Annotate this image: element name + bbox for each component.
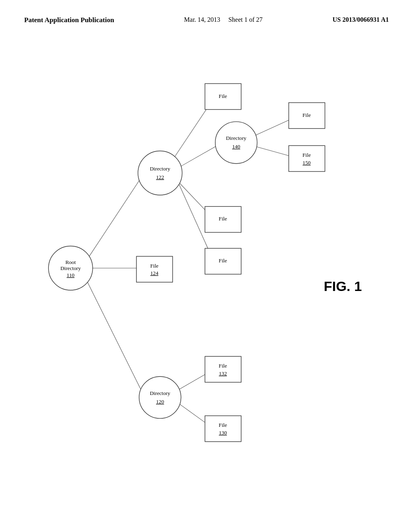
node-file132-label2: 132	[219, 370, 227, 376]
edge-root-dir122	[88, 175, 143, 259]
diagram-area: Root Directory 110 Directory 122 Directo…	[0, 32, 413, 508]
node-dir140	[215, 122, 257, 164]
edge-dir122-dir140	[179, 144, 219, 167]
node-root-label2: Directory	[60, 265, 81, 271]
node-file-top-label: File	[219, 93, 227, 99]
node-file-mid1-label: File	[219, 216, 227, 222]
node-dir122	[138, 151, 182, 195]
node-file150-label2: 150	[302, 160, 311, 166]
node-dir120-label2: 120	[156, 399, 164, 405]
node-file130-label1: File	[219, 422, 227, 428]
node-file124	[136, 256, 173, 282]
header-sheet: Sheet 1 of 27	[228, 16, 263, 23]
node-root-label3: 110	[67, 272, 75, 278]
node-dir122-label1: Directory	[150, 166, 171, 172]
node-dir140-label1: Directory	[226, 135, 246, 141]
header-left: Patent Application Publication	[24, 16, 114, 24]
diagram-svg: Root Directory 110 Directory 122 Directo…	[0, 32, 413, 508]
node-file130	[205, 416, 241, 442]
node-file150	[289, 145, 325, 171]
fig-label: FIG. 1	[324, 278, 362, 294]
node-file124-label2: 124	[150, 270, 159, 276]
header-right: US 2013/0066931 A1	[332, 16, 389, 23]
node-dir120	[139, 376, 181, 418]
edge-root-dir120	[86, 279, 141, 390]
node-dir140-label2: 140	[232, 143, 240, 150]
node-root-label1: Root	[65, 259, 76, 265]
node-file124-label1: File	[150, 263, 159, 269]
header-date: Mar. 14, 2013	[184, 16, 220, 23]
node-file130-label2: 130	[219, 430, 227, 436]
node-file-right-top-label: File	[302, 112, 311, 118]
page-header: Patent Application Publication Mar. 14, …	[0, 0, 413, 32]
node-dir122-label2: 122	[156, 174, 164, 180]
node-file-mid2-label: File	[219, 258, 227, 264]
node-dir120-label1: Directory	[150, 390, 171, 396]
node-file132-label1: File	[219, 363, 227, 369]
node-file150-label1: File	[302, 152, 311, 158]
node-file132	[205, 356, 241, 382]
header-center: Mar. 14, 2013 Sheet 1 of 27	[184, 16, 263, 23]
